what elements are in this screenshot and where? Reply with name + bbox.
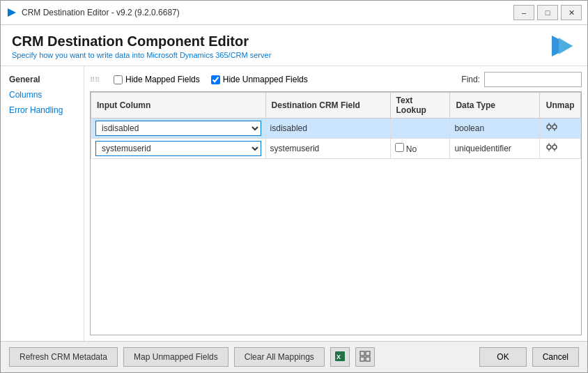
input-column-select-1[interactable]: isdisabled	[95, 121, 261, 136]
sidebar-item-general[interactable]: General	[1, 72, 84, 87]
col-header-unmap: Unmap	[540, 93, 581, 119]
excel-icon: X	[334, 351, 346, 364]
find-input[interactable]	[484, 72, 582, 87]
cell-dtype-2: uniqueidentifier	[450, 139, 540, 159]
app-icon	[6, 7, 17, 18]
close-button[interactable]: ✕	[561, 5, 582, 20]
map-unmapped-button[interactable]: Map Unmapped Fields	[123, 347, 229, 367]
cell-unmap-1	[540, 119, 581, 139]
col-header-input: Input Column	[91, 93, 266, 119]
main-panel: ⠿⠿ Hide Mapped Fields Hide Unmapped Fiel…	[84, 66, 587, 341]
svg-text:X: X	[336, 353, 341, 360]
table-body: isdisabled isdisabled boolean	[91, 119, 581, 159]
svg-rect-18	[366, 351, 370, 356]
ok-button[interactable]: OK	[479, 347, 526, 367]
header-left: CRM Destination Component Editor Specify…	[12, 33, 271, 59]
grid-container[interactable]: Input Column Destination CRM Field Text …	[90, 91, 582, 335]
cell-text-lookup-2: No	[390, 139, 450, 159]
toolbar-right: Find:	[461, 72, 582, 87]
hide-unmapped-group: Hide Unmapped Fields	[211, 75, 308, 84]
window-controls: – □ ✕	[513, 5, 582, 20]
cell-dest-2: systemuserid	[265, 139, 390, 159]
cell-unmap-2	[540, 139, 581, 159]
cell-text-lookup-1	[390, 119, 450, 139]
hide-mapped-group: Hide Mapped Fields	[114, 75, 200, 84]
page-subtitle: Specify how you want to write data into …	[12, 51, 271, 59]
svg-rect-19	[360, 357, 364, 361]
svg-rect-17	[360, 351, 364, 356]
svg-rect-20	[366, 357, 370, 361]
table-row[interactable]: systemuserid systemuserid No	[91, 139, 581, 159]
sidebar: General Columns Error Handling	[1, 66, 84, 341]
cell-input-col-1: isdisabled	[91, 119, 266, 139]
footer-right: OK Cancel	[479, 347, 579, 367]
input-column-select-2[interactable]: systemuserid	[95, 141, 261, 156]
hide-unmapped-checkbox[interactable]	[211, 75, 220, 84]
clear-all-button[interactable]: Clear All Mappings	[234, 347, 325, 367]
hide-mapped-checkbox[interactable]	[114, 75, 123, 84]
svg-marker-2	[559, 38, 573, 54]
excel-icon-button[interactable]: X	[330, 347, 350, 367]
page-title: CRM Destination Component Editor	[12, 33, 271, 50]
footer: Refresh CRM Metadata Map Unmapped Fields…	[1, 341, 587, 372]
unmap-button-1[interactable]	[544, 121, 559, 136]
cell-input-col-2: systemuserid	[91, 139, 266, 159]
minimize-button[interactable]: –	[513, 5, 534, 20]
text-lookup-checkbox-2[interactable]	[395, 143, 404, 152]
mapping-table: Input Column Destination CRM Field Text …	[91, 92, 581, 159]
cell-dest-1: isdisabled	[265, 119, 390, 139]
sidebar-item-columns[interactable]: Columns	[1, 87, 84, 102]
col-header-text-lookup: Text Lookup	[390, 93, 450, 119]
content-area: General Columns Error Handling ⠿⠿ Hide M…	[1, 66, 587, 341]
find-label: Find:	[461, 75, 480, 84]
header: CRM Destination Component Editor Specify…	[1, 25, 587, 66]
unmap-icon-2	[546, 142, 558, 155]
main-window: CRM Destination Editor - v9.2 (9.2.0.668…	[0, 0, 588, 373]
col-header-datatype: Data Type	[450, 93, 540, 119]
col-header-dest: Destination CRM Field	[265, 93, 390, 119]
cancel-button[interactable]: Cancel	[532, 347, 579, 367]
sidebar-item-error-handling[interactable]: Error Handling	[1, 102, 84, 118]
svg-point-10	[552, 145, 557, 149]
title-bar-text: CRM Destination Editor - v9.2 (9.2.0.668…	[22, 8, 513, 17]
refresh-crm-button[interactable]: Refresh CRM Metadata	[9, 347, 118, 367]
svg-point-9	[547, 145, 551, 149]
toolbar: ⠿⠿ Hide Mapped Fields Hide Unmapped Fiel…	[90, 72, 582, 87]
grid-icon	[359, 351, 371, 364]
table-header-row: Input Column Destination CRM Field Text …	[91, 93, 581, 119]
title-bar: CRM Destination Editor - v9.2 (9.2.0.668…	[1, 1, 587, 25]
svg-point-4	[552, 125, 557, 129]
grid-icon-button[interactable]	[355, 347, 375, 367]
table-row[interactable]: isdisabled isdisabled boolean	[91, 119, 581, 139]
hide-unmapped-label: Hide Unmapped Fields	[223, 75, 308, 84]
hide-mapped-label: Hide Mapped Fields	[125, 75, 200, 84]
unmap-button-2[interactable]	[544, 141, 559, 156]
svg-point-3	[547, 125, 551, 129]
maximize-button[interactable]: □	[537, 5, 558, 20]
logo-icon	[548, 32, 576, 60]
unmap-icon-1	[546, 122, 558, 135]
drag-indicator: ⠿⠿	[90, 76, 100, 84]
svg-marker-0	[8, 8, 16, 17]
cell-dtype-1: boolean	[450, 119, 540, 139]
